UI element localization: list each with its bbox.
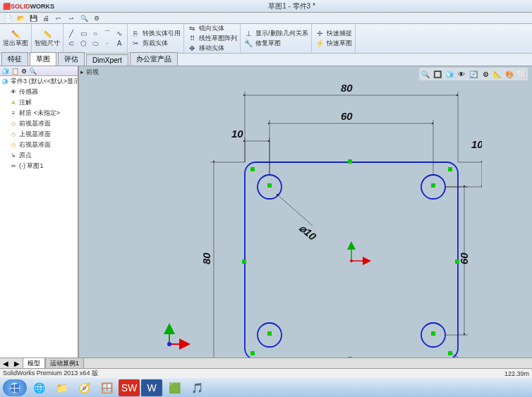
zoom-icon[interactable]: 🔍 [79, 14, 89, 23]
tree-tab-icon[interactable]: ⚙ [21, 68, 27, 75]
plane-icon: ◇ [10, 121, 17, 128]
mirror-button[interactable]: ⇋ [187, 24, 197, 34]
svg-rect-33 [250, 351, 255, 355]
options-icon[interactable]: ⚙ [92, 14, 102, 23]
appearance-icon[interactable]: 🎨 [504, 69, 514, 79]
tree-tab-icon[interactable]: 🧊 [1, 68, 9, 75]
workarea: 🧊 📋 ⚙ 🔍 🧊零件3 (默认<<默认>显示状态 👁传感器 A注解 ≡材质 <… [0, 66, 532, 378]
new-icon[interactable]: 📄 [3, 14, 13, 23]
taskbar-app-icon[interactable]: 🧭 [73, 379, 95, 396]
quick-snap-button[interactable]: ✛ [315, 29, 325, 39]
tab-office[interactable]: 办公室产品 [130, 52, 178, 66]
move-entities-button[interactable]: ✥ [187, 44, 197, 54]
plane-icon: ◇ [10, 142, 17, 149]
exit-sketch-button[interactable]: ✏️ [3, 29, 28, 39]
dim-height-80: 80 [200, 252, 212, 264]
tab-motion-study[interactable]: 运动算例1 [45, 358, 84, 369]
svg-rect-32 [448, 167, 452, 171]
redo-icon[interactable]: ⤻ [66, 14, 76, 23]
taskbar-word-icon[interactable]: W [141, 379, 162, 396]
line-tool-button[interactable]: ╱ [66, 29, 76, 39]
taskbar-browser-icon[interactable]: 🌐 [28, 379, 49, 396]
status-product: SolidWorks Premium 2013 x64 版 [3, 369, 98, 378]
dim-width-80: 80 [341, 82, 353, 94]
spline-tool-button[interactable]: ∿ [114, 29, 124, 39]
tree-tab-icon[interactable]: 📋 [11, 68, 19, 75]
part-icon: 🧊 [1, 78, 8, 85]
taskbar-app-icon[interactable]: 🎵 [186, 379, 207, 396]
svg-rect-29 [267, 331, 272, 336]
repair-sketch-button[interactable]: 🔧 [243, 39, 253, 49]
tree-sketch1[interactable]: ✏(-) 草图1 [0, 161, 78, 171]
svg-rect-37 [242, 259, 246, 264]
section-icon[interactable]: 📐 [492, 69, 502, 79]
svg-rect-30 [431, 331, 435, 336]
undo-icon[interactable]: ⤺ [54, 14, 64, 23]
ribbon-group-exit: ✏️ 退出草图 [0, 24, 32, 53]
origin-icon: ↳ [10, 152, 17, 159]
svg-rect-34 [448, 351, 452, 355]
graphics-viewport[interactable]: 🔍 🔲 🧊 👁 🔄 ⚙ 📐 🎨 ⬜ [79, 66, 532, 378]
dim-right-60: 60 [458, 252, 470, 264]
linear-pattern-button[interactable]: ⠿ [187, 34, 197, 44]
slot-tool-button[interactable]: ⊂ [66, 39, 76, 49]
taskbar-app-icon[interactable]: 🪟 [96, 379, 117, 396]
svg-rect-31 [250, 167, 255, 171]
tab-sketch[interactable]: 草图 [30, 52, 56, 66]
tree-front-plane[interactable]: ◇前视基准面 [0, 118, 78, 129]
polygon-tool-button[interactable]: ⬠ [78, 39, 88, 49]
svg-rect-38 [455, 259, 459, 264]
tab-nav-icon[interactable]: ◀ [0, 360, 11, 367]
ribbon-group-relations: ⊥显示/删除几何关系 🔧修复草图 [241, 24, 312, 53]
rect-tool-button[interactable]: ▭ [78, 29, 88, 39]
text-tool-button[interactable]: A [114, 39, 124, 49]
ribbon: ✏️ 退出草图 📏 智能尺寸 ╱ ▭ ○ ⌒ ∿ ⊂ ⬠ ⬭ · A ⎘转换实体… [0, 24, 532, 54]
svg-rect-28 [431, 183, 435, 188]
trim-entities-button[interactable]: ✂ [131, 39, 140, 49]
taskbar-solidworks-icon[interactable]: SW [119, 379, 140, 396]
taskbar-explorer-icon[interactable]: 📁 [51, 379, 72, 396]
tab-dimxpert[interactable]: DimXpert [86, 54, 128, 66]
sketch-icon: ✏ [10, 163, 17, 170]
smart-dimension-button[interactable]: 📏 [35, 29, 60, 39]
command-tabs: 特征 草图 评估 DimXpert 办公室产品 [0, 54, 532, 66]
tab-nav-icon[interactable]: ▶ [11, 360, 23, 367]
scene-icon[interactable]: ⬜ [516, 69, 526, 79]
print-icon[interactable]: 🖨 [41, 14, 51, 23]
open-icon[interactable]: 📂 [16, 14, 25, 23]
svg-rect-35 [348, 159, 352, 164]
convert-entities-button[interactable]: ⎘ [131, 29, 140, 39]
windows-logo-icon [9, 382, 20, 393]
status-bar: SolidWorks Premium 2013 x64 版 122.39m [0, 368, 532, 378]
ribbon-group-convert: ⎘转换实体引用 ✂剪裁实体 [128, 24, 184, 53]
view-settings-icon[interactable]: ⚙ [480, 69, 490, 79]
tab-evaluate[interactable]: 评估 [58, 52, 85, 66]
tree-sensors[interactable]: 👁传感器 [0, 87, 78, 97]
dim-right-10: 10 [471, 138, 482, 150]
start-button[interactable] [3, 379, 27, 396]
material-icon: ≡ [10, 110, 17, 117]
tree-tab-icon[interactable]: 🔍 [29, 68, 37, 75]
windows-taskbar: 🌐 📁 🧭 🪟 SW W 🟩 🎵 [0, 378, 532, 397]
ribbon-group-pattern: ⇋镜向实体 ⠿线性草图阵列 ✥移动实体 [184, 24, 241, 53]
ribbon-group-dim: 📏 智能尺寸 [32, 24, 64, 53]
tree-annotations[interactable]: A注解 [0, 97, 78, 108]
tree-material[interactable]: ≡材质 <未指定> [0, 108, 78, 118]
circle-tool-button[interactable]: ○ [90, 29, 100, 39]
exit-sketch-label: 退出草图 [3, 39, 28, 48]
svg-point-41 [167, 342, 171, 346]
taskbar-app-icon[interactable]: 🟩 [164, 379, 185, 396]
tab-features[interactable]: 特征 [1, 52, 28, 66]
tree-top-plane[interactable]: ◇上视基准面 [0, 129, 78, 140]
tree-right-plane[interactable]: ◇右视基准面 [0, 140, 78, 150]
point-tool-button[interactable]: · [102, 39, 112, 49]
arc-tool-button[interactable]: ⌒ [102, 29, 112, 39]
rapid-sketch-button[interactable]: ⚡ [315, 39, 325, 49]
tree-root[interactable]: 🧊零件3 (默认<<默认>显示状态 [0, 76, 78, 87]
ellipse-tool-button[interactable]: ⬭ [90, 39, 100, 49]
show-relations-button[interactable]: ⊥ [243, 29, 253, 39]
tab-model[interactable]: 模型 [23, 358, 45, 369]
tree-origin[interactable]: ↳原点 [0, 150, 78, 161]
feature-tree[interactable]: 🧊 📋 ⚙ 🔍 🧊零件3 (默认<<默认>显示状态 👁传感器 A注解 ≡材质 <… [0, 66, 79, 378]
save-icon[interactable]: 💾 [28, 14, 38, 23]
